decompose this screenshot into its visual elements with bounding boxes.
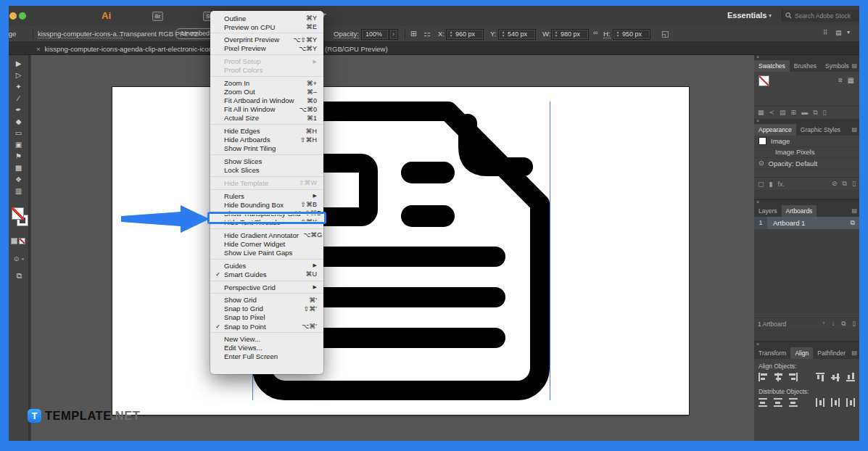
graph-tool[interactable]: ▥: [9, 185, 28, 196]
menu-item-enter-full-screen[interactable]: Enter Full Screen: [210, 352, 323, 361]
menu-item-zoom-in[interactable]: Zoom In⌘+: [210, 79, 323, 88]
appearance-row[interactable]: ⊙Opacity: Default: [754, 158, 859, 170]
pen-tool[interactable]: ✒: [9, 104, 28, 115]
menu-item-fit-all-in-window[interactable]: Fit All in Window⌥⌘0: [210, 105, 323, 114]
menu-item-actual-size[interactable]: Actual Size⌘1: [210, 114, 323, 123]
h-field[interactable]: ▲▼950 px: [613, 29, 650, 40]
swatch-kind-icon[interactable]: ▤: [780, 109, 786, 117]
grid-dots-icon[interactable]: ⠿: [823, 29, 828, 36]
tab-layers[interactable]: Layers: [754, 205, 782, 217]
appearance-row[interactable]: Image: [754, 136, 859, 147]
new-artboard-icon[interactable]: ⧉: [841, 320, 846, 328]
panel-menu-icon[interactable]: ▤: [851, 349, 857, 356]
embedded-file-link[interactable]: kisspng-computer-icons-a...: [38, 30, 123, 38]
panel-close-icon[interactable]: ×: [756, 199, 759, 204]
menu-item-hide-artboards[interactable]: Hide Artboards⇧⌘H: [210, 136, 323, 144]
swatch-libraries-icon[interactable]: ▦: [758, 109, 764, 117]
tab-appearance[interactable]: Appearance: [754, 124, 796, 136]
menu-item-snap-to-grid[interactable]: Snap to Grid⇧⌘': [210, 305, 323, 313]
menu-item-rulers[interactable]: Rulers▶: [210, 191, 323, 200]
bar-chevron-icon[interactable]: ▾: [847, 29, 850, 36]
panel-menu-icon[interactable]: ▤: [851, 126, 857, 133]
clear-appearance-icon[interactable]: ⊘: [832, 180, 838, 188]
menu-item-show-live-paint-gaps[interactable]: Show Live Paint Gaps: [210, 248, 323, 257]
transform-reference-icon[interactable]: ⊞: [410, 29, 417, 38]
align-right-icon[interactable]: [789, 373, 798, 381]
artboard-row[interactable]: 1 Artboard 1 ⧉: [754, 217, 859, 229]
panel-close-icon[interactable]: ×: [756, 54, 759, 59]
menu-item-show-print-tiling[interactable]: Show Print Tiling: [210, 144, 323, 153]
menu-item-new-view[interactable]: New View...: [210, 335, 323, 344]
free-transform-icon[interactable]: ◱: [661, 29, 669, 38]
direct-selection-tool[interactable]: ▷: [9, 69, 28, 80]
new-stroke-icon[interactable]: ▢: [758, 181, 764, 188]
constrain-icon[interactable]: ⚏: [423, 29, 431, 38]
menu-item-hide-gradient-annotator[interactable]: Hide Gradient Annotator⌥⌘G: [210, 231, 323, 239]
rectangle-tool[interactable]: ▭: [9, 127, 28, 138]
delete-artboard-icon[interactable]: ▯: [852, 320, 856, 328]
distribute-bottom-icon[interactable]: [789, 398, 798, 407]
menu-item-edit-views[interactable]: Edit Views...: [210, 344, 323, 352]
align-hcenter-icon[interactable]: [774, 373, 782, 381]
new-fill-icon[interactable]: ▮: [769, 181, 773, 188]
align-top-icon[interactable]: [816, 373, 824, 381]
menu-item-perspective-grid[interactable]: Perspective Grid▶: [210, 283, 323, 291]
magic-wand-tool[interactable]: ✦: [9, 80, 28, 92]
menu-item-fit-artboard-in-window[interactable]: Fit Artboard in Window⌘0: [210, 96, 323, 105]
move-up-icon[interactable]: ↑: [822, 320, 825, 328]
distribute-left-icon[interactable]: [816, 398, 824, 407]
tab-transform[interactable]: Transform: [754, 347, 790, 359]
delete-item-icon[interactable]: ▯: [852, 180, 856, 188]
close-tab-icon[interactable]: ×: [36, 45, 41, 53]
search-adobe-stock[interactable]: Search Adobe Stock: [782, 9, 859, 22]
duplicate-item-icon[interactable]: ⧉: [843, 180, 847, 188]
opacity-stepper[interactable]: ›: [389, 29, 398, 40]
color-wells[interactable]: [12, 207, 28, 236]
gradient-tool[interactable]: ▩: [9, 162, 28, 173]
new-color-group-icon[interactable]: ▬: [801, 109, 808, 117]
line-tool[interactable]: ∕: [9, 92, 28, 104]
bridge-icon[interactable]: Br: [152, 12, 163, 21]
align-bottom-icon[interactable]: [846, 373, 855, 381]
menu-item-snap-to-pixel[interactable]: Snap to Pixel: [210, 313, 323, 322]
shaper-tool[interactable]: ◆: [9, 115, 28, 127]
none-swatch[interactable]: [759, 75, 769, 86]
zoom-status-icon[interactable]: ⊙ ∘: [9, 255, 30, 262]
opacity-field[interactable]: 100%: [361, 29, 389, 40]
menu-item-hide-bounding-box[interactable]: Hide Bounding Box⇧⌘B: [210, 200, 323, 209]
swatch-options-icon[interactable]: ⊞: [791, 109, 797, 117]
collapse-panels-icon[interactable]: ▤: [835, 29, 842, 36]
fill-type-none[interactable]: [19, 238, 25, 244]
tab-align[interactable]: Align: [790, 347, 813, 359]
menu-item-hide-corner-widget[interactable]: Hide Corner Widget: [210, 239, 323, 248]
align-vcenter-icon[interactable]: [831, 373, 840, 381]
menu-item-show-slices[interactable]: Show Slices: [210, 157, 323, 166]
appearance-row[interactable]: Image Pixels: [754, 147, 859, 159]
shape-builder-tool[interactable]: ❖: [9, 173, 28, 185]
distribute-vcenter-icon[interactable]: [774, 398, 782, 407]
distribute-top-icon[interactable]: [759, 398, 767, 407]
h-label[interactable]: H:: [603, 30, 611, 38]
tab-artboards[interactable]: Artboards: [782, 205, 817, 217]
menu-item-zoom-out[interactable]: Zoom Out⌘–: [210, 88, 323, 96]
opacity-label[interactable]: Opacity:: [334, 30, 359, 38]
panel-close-icon[interactable]: ×: [756, 118, 759, 123]
fill-type-color[interactable]: [11, 238, 17, 244]
change-screen-mode-icon[interactable]: ⧉: [9, 271, 30, 281]
selection-tool[interactable]: ▶: [9, 57, 28, 69]
menu-item-smart-guides[interactable]: ✓Smart Guides⌘U: [210, 270, 323, 278]
panel-menu-icon[interactable]: ▤: [851, 62, 857, 69]
swatch-themes-icon[interactable]: ≺: [769, 109, 775, 117]
menu-item-preview-on-cpu[interactable]: Preview on CPU⌘E: [210, 22, 323, 31]
move-down-icon[interactable]: ↓: [832, 320, 835, 328]
artboard-tool[interactable]: ▣: [9, 138, 28, 150]
menu-item-pixel-preview[interactable]: Pixel Preview⌥⌘Y: [210, 44, 323, 53]
y-field[interactable]: ▲▼540 px: [498, 29, 536, 40]
distribute-right-icon[interactable]: [846, 398, 855, 407]
minimize-light[interactable]: [9, 12, 17, 20]
menu-item-outline[interactable]: Outline⌘Y: [210, 14, 323, 22]
panel-close-icon[interactable]: ×: [756, 342, 759, 347]
menu-item-snap-to-point[interactable]: ✓Snap to Point⌥⌘': [210, 322, 323, 331]
new-swatch-icon[interactable]: ⧉: [813, 109, 817, 117]
fill-color-well[interactable]: [12, 207, 24, 220]
